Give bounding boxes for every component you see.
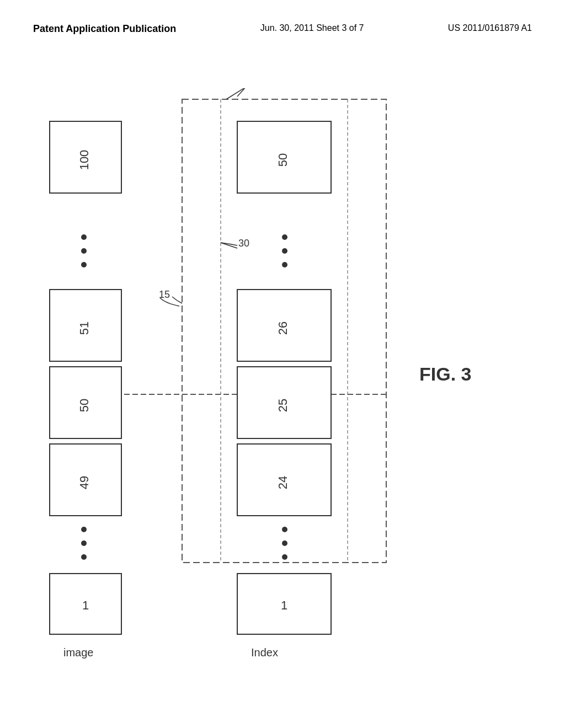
svg-text:50: 50 <box>77 399 91 412</box>
svg-point-25 <box>282 540 287 546</box>
svg-rect-16 <box>237 290 331 361</box>
svg-text:25: 25 <box>276 399 290 412</box>
svg-rect-15 <box>50 290 121 361</box>
svg-rect-0 <box>182 99 386 563</box>
svg-text:49: 49 <box>77 476 91 489</box>
svg-rect-18 <box>237 367 331 438</box>
publication-number: US 2011/0161879 A1 <box>448 22 532 34</box>
svg-text:FIG. 3: FIG. 3 <box>419 363 471 384</box>
svg-rect-8 <box>237 121 331 193</box>
svg-point-10 <box>81 248 87 254</box>
svg-point-13 <box>282 248 287 254</box>
svg-text:image: image <box>63 646 93 659</box>
svg-point-24 <box>282 527 287 532</box>
svg-text:100: 100 <box>77 150 91 170</box>
diagram-area: 100 50 51 26 50 25 49 24 1 1 31 30 15 im… <box>33 88 532 684</box>
svg-text:1: 1 <box>281 598 287 612</box>
svg-line-40 <box>237 88 247 97</box>
svg-rect-28 <box>237 574 331 634</box>
svg-text:24: 24 <box>276 476 290 489</box>
diagram-svg: 100 50 51 26 50 25 49 24 1 1 31 30 15 im… <box>33 88 532 684</box>
svg-rect-7 <box>50 121 121 193</box>
svg-line-5 <box>221 243 237 248</box>
svg-text:50: 50 <box>276 153 290 167</box>
svg-rect-27 <box>50 574 121 634</box>
svg-point-9 <box>81 234 87 240</box>
svg-point-12 <box>282 234 287 240</box>
svg-point-22 <box>81 540 87 546</box>
svg-point-23 <box>81 554 87 560</box>
publication-date-sheet: Jun. 30, 2011 Sheet 3 of 7 <box>260 22 364 34</box>
svg-text:Index: Index <box>251 646 278 659</box>
svg-text:26: 26 <box>276 322 290 335</box>
svg-point-11 <box>81 262 87 267</box>
svg-point-21 <box>81 527 87 532</box>
svg-line-4 <box>226 88 248 99</box>
page-header: Patent Application Publication Jun. 30, … <box>0 22 565 36</box>
svg-text:1: 1 <box>82 598 89 612</box>
svg-text:51: 51 <box>77 322 91 335</box>
svg-rect-19 <box>50 444 121 516</box>
svg-point-14 <box>282 262 287 267</box>
svg-point-26 <box>282 554 287 560</box>
publication-title: Patent Application Publication <box>33 22 176 36</box>
svg-text:30: 30 <box>238 238 249 249</box>
svg-rect-17 <box>50 367 121 438</box>
svg-rect-20 <box>237 444 331 516</box>
svg-text:15: 15 <box>159 289 170 300</box>
